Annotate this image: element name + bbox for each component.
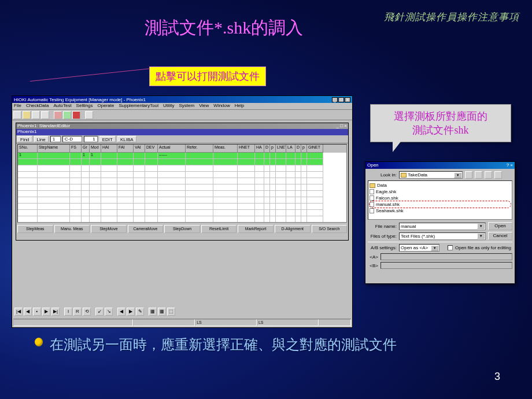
col-meas[interactable]: Meas. xyxy=(213,145,238,153)
col-p[interactable]: p xyxy=(270,145,276,153)
child-close[interactable]: × xyxy=(344,123,347,128)
col-fs[interactable]: FS xyxy=(70,145,82,153)
col-d[interactable]: D xyxy=(264,145,270,153)
cell[interactable] xyxy=(270,159,276,165)
cell[interactable] xyxy=(38,159,70,165)
cell[interactable] xyxy=(70,153,82,159)
cell[interactable] xyxy=(158,159,186,165)
col-dev[interactable]: DEV xyxy=(145,145,158,153)
col-mod[interactable]: Mod xyxy=(90,145,101,153)
cell[interactable] xyxy=(134,159,145,165)
line-button[interactable]: Line xyxy=(34,136,49,142)
file-item[interactable]: Falcon.shk xyxy=(370,195,511,201)
transport-btn-8[interactable]: ↙ xyxy=(95,308,104,316)
cell[interactable] xyxy=(307,159,323,165)
col-glnet[interactable]: GlNET xyxy=(307,145,323,153)
btn-markreport[interactable]: MarkReport xyxy=(238,225,274,233)
file-item[interactable]: manual.shk xyxy=(370,201,511,208)
transport-btn-15[interactable]: ⬚ xyxy=(167,308,175,316)
menu-operate[interactable]: Operate xyxy=(98,103,114,109)
transport-btn-7[interactable]: ⟲ xyxy=(83,308,91,316)
cell[interactable] xyxy=(145,159,158,165)
up-folder-icon[interactable] xyxy=(465,171,472,179)
dlg-close-button[interactable]: × xyxy=(510,162,513,168)
cell[interactable] xyxy=(213,153,238,159)
list-view-icon[interactable] xyxy=(485,171,492,179)
cell[interactable] xyxy=(186,159,213,165)
btn-sosearch[interactable]: S/O Search xyxy=(312,225,348,233)
col-stepname[interactable]: StepName xyxy=(38,145,70,153)
cell[interactable] xyxy=(82,159,90,165)
btn-stepmeas[interactable]: StepMeas xyxy=(17,225,53,233)
close-button[interactable]: × xyxy=(345,97,350,102)
menu-window[interactable]: Window xyxy=(213,103,230,109)
cell[interactable] xyxy=(264,159,270,165)
cell[interactable] xyxy=(238,159,255,165)
cell[interactable] xyxy=(255,159,264,165)
cell[interactable] xyxy=(301,159,307,165)
transport-btn-2[interactable]: ▪ xyxy=(33,308,41,316)
cell[interactable] xyxy=(286,159,295,165)
cell[interactable] xyxy=(101,153,117,159)
grid-row-blank[interactable] xyxy=(18,191,346,197)
cancel-button[interactable]: Cancel xyxy=(488,232,512,240)
cell[interactable] xyxy=(90,159,101,165)
cell[interactable] xyxy=(134,153,145,159)
new-folder-icon[interactable] xyxy=(475,171,482,179)
col-lnet[interactable]: LNET xyxy=(276,145,286,153)
cell[interactable] xyxy=(101,159,117,165)
cell[interactable] xyxy=(264,153,270,159)
col-la[interactable]: LA xyxy=(286,145,295,153)
transport-btn-11[interactable]: ▶ xyxy=(127,308,135,316)
grid-row-1[interactable]: 111------ xyxy=(18,153,346,159)
maximize-button[interactable]: □ xyxy=(338,97,344,102)
cell[interactable] xyxy=(286,153,295,159)
grid-row-blank[interactable] xyxy=(18,184,346,191)
cell[interactable] xyxy=(307,153,323,159)
tb-btn5[interactable] xyxy=(54,111,62,119)
col-p[interactable]: p xyxy=(301,145,307,153)
tb-btn6[interactable] xyxy=(63,111,71,119)
grid-row-blank[interactable] xyxy=(18,172,346,178)
transport-btn-1[interactable]: ◀ xyxy=(24,308,32,316)
line-input[interactable]: 1 xyxy=(50,136,61,142)
cell[interactable] xyxy=(295,153,301,159)
menu-supptool[interactable]: SupplementaryTool xyxy=(119,103,158,109)
cell[interactable] xyxy=(238,153,255,159)
cell[interactable]: 1 xyxy=(18,153,38,159)
cell[interactable]: ------ xyxy=(158,153,186,159)
cell[interactable] xyxy=(301,153,307,159)
tb-save-icon[interactable] xyxy=(32,111,40,119)
file-item[interactable]: Data xyxy=(370,182,511,189)
editonly-checkbox[interactable] xyxy=(448,245,453,250)
details-view-icon[interactable] xyxy=(494,171,502,179)
child-min[interactable]: _ xyxy=(337,123,339,128)
tb-btn4[interactable] xyxy=(41,111,49,119)
btn-stepdown[interactable]: StepDown xyxy=(164,225,200,233)
grid-row-blank[interactable] xyxy=(18,165,346,172)
child-max[interactable]: □ xyxy=(340,123,343,128)
transport-btn-5[interactable]: I xyxy=(64,308,72,316)
dlg-help-button[interactable]: ? xyxy=(507,162,509,168)
tb-btn8[interactable] xyxy=(85,111,93,119)
transport-btn-14[interactable]: ▦ xyxy=(158,308,166,316)
col-ha[interactable]: HA xyxy=(255,145,264,153)
grid-row-blank[interactable] xyxy=(18,197,346,204)
cell[interactable] xyxy=(276,159,286,165)
lookin-combo[interactable]: TakeData xyxy=(399,171,463,179)
col-hai[interactable]: HAI xyxy=(101,145,117,153)
col-gr[interactable]: Gr xyxy=(82,145,90,153)
edit-button[interactable]: EDIT xyxy=(99,136,116,142)
btn-manumeas[interactable]: Manu. Meas xyxy=(54,225,90,233)
cell[interactable] xyxy=(117,159,134,165)
col-refer[interactable]: Refer. xyxy=(186,145,213,153)
tb-new-icon[interactable] xyxy=(13,111,21,119)
transport-btn-12[interactable]: ✎ xyxy=(136,308,144,316)
tb-open-icon[interactable] xyxy=(23,111,31,119)
col-val[interactable]: VAl xyxy=(134,145,145,153)
tb-btn7[interactable] xyxy=(72,111,80,119)
data-grid[interactable]: SNo.StepNameFSGrModHAIFAIVAlDEVActualRef… xyxy=(17,144,347,223)
cell[interactable] xyxy=(145,153,158,159)
cd-select[interactable]: C-D xyxy=(62,136,82,142)
grid-row-blank[interactable] xyxy=(18,210,346,216)
